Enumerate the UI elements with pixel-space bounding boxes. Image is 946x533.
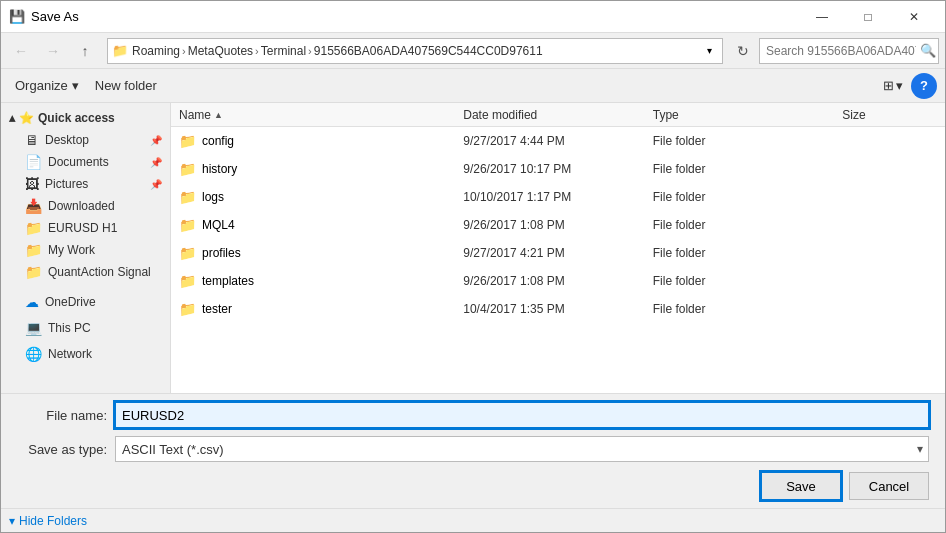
- file-name: MQL4: [202, 218, 235, 232]
- folder-icon: 📁: [179, 217, 196, 233]
- file-date: 9/27/2017 4:21 PM: [463, 246, 653, 260]
- sidebar-item-pictures[interactable]: 🖼 Pictures 📌: [1, 173, 170, 195]
- file-type: File folder: [653, 162, 843, 176]
- up-button[interactable]: ↑: [71, 37, 99, 65]
- table-row[interactable]: 📁 config 9/27/2017 4:44 PM File folder: [171, 127, 945, 155]
- sidebar-onedrive-label: OneDrive: [45, 295, 96, 309]
- filetype-select[interactable]: ASCII Text (*.csv): [115, 436, 929, 462]
- file-list-header: Name ▲ Date modified Type Size: [171, 103, 945, 127]
- view-icon: ⊞: [883, 78, 894, 93]
- breadcrumb-id[interactable]: 915566BA06ADA407569C544CC0D97611: [314, 44, 543, 58]
- table-row[interactable]: 📁 history 9/26/2017 10:17 PM File folder: [171, 155, 945, 183]
- view-chevron-icon: ▾: [896, 78, 903, 93]
- minimize-button[interactable]: —: [799, 1, 845, 33]
- table-row[interactable]: 📁 templates 9/26/2017 1:08 PM File folde…: [171, 267, 945, 295]
- file-name: config: [202, 134, 234, 148]
- documents-icon: 📄: [25, 154, 42, 170]
- file-date: 9/26/2017 1:08 PM: [463, 218, 653, 232]
- table-row[interactable]: 📁 tester 10/4/2017 1:35 PM File folder: [171, 295, 945, 323]
- column-size[interactable]: Size: [842, 108, 937, 122]
- address-dropdown-button[interactable]: ▾: [700, 39, 718, 63]
- breadcrumb: Roaming › MetaQuotes › Terminal › 915566…: [132, 44, 696, 58]
- sidebar-item-label-documents: Documents: [48, 155, 109, 169]
- pin-icon: 📌: [150, 135, 162, 146]
- column-date-modified[interactable]: Date modified: [463, 108, 653, 122]
- network-icon: 🌐: [25, 346, 42, 362]
- breadcrumb-roaming[interactable]: Roaming: [132, 44, 180, 58]
- folder-icon: 📁: [179, 245, 196, 261]
- file-date: 10/10/2017 1:17 PM: [463, 190, 653, 204]
- new-folder-label: New folder: [95, 78, 157, 93]
- table-row[interactable]: 📁 profiles 9/27/2017 4:21 PM File folder: [171, 239, 945, 267]
- quick-access-chevron-icon: ▴: [9, 111, 15, 125]
- pin-icon-pics: 📌: [150, 179, 162, 190]
- sidebar-item-downloaded[interactable]: 📥 Downloaded: [1, 195, 170, 217]
- bottom-bar: File name: Save as type: ASCII Text (*.c…: [1, 393, 945, 508]
- folder-icon: 📁: [179, 301, 196, 317]
- file-date: 9/26/2017 1:08 PM: [463, 274, 653, 288]
- sidebar-quick-access[interactable]: ▴ ⭐ Quick access: [1, 107, 170, 129]
- help-button[interactable]: ?: [911, 73, 937, 99]
- column-name[interactable]: Name ▲: [179, 108, 463, 122]
- address-bar[interactable]: 📁 Roaming › MetaQuotes › Terminal › 9155…: [107, 38, 723, 64]
- organize-button[interactable]: Organize ▾: [9, 73, 85, 99]
- file-date: 10/4/2017 1:35 PM: [463, 302, 653, 316]
- bottom-actions: Save Cancel: [17, 470, 929, 500]
- file-name: templates: [202, 274, 254, 288]
- search-box[interactable]: 🔍: [759, 38, 939, 64]
- sidebar-item-label-mywork: My Work: [48, 243, 95, 257]
- organize-chevron-icon: ▾: [72, 78, 79, 93]
- sidebar: ▴ ⭐ Quick access 🖥 Desktop 📌 📄 Documents…: [1, 103, 171, 393]
- file-date: 9/26/2017 10:17 PM: [463, 162, 653, 176]
- view-button[interactable]: ⊞ ▾: [879, 73, 907, 99]
- close-button[interactable]: ✕: [891, 1, 937, 33]
- sidebar-item-eurusd[interactable]: 📁 EURUSD H1: [1, 217, 170, 239]
- file-name: logs: [202, 190, 224, 204]
- table-row[interactable]: 📁 MQL4 9/26/2017 1:08 PM File folder: [171, 211, 945, 239]
- save-button[interactable]: Save: [761, 472, 841, 500]
- cancel-button[interactable]: Cancel: [849, 472, 929, 500]
- organize-label: Organize: [15, 78, 68, 93]
- forward-button[interactable]: →: [39, 37, 67, 65]
- file-type: File folder: [653, 218, 843, 232]
- sidebar-item-desktop[interactable]: 🖥 Desktop 📌: [1, 129, 170, 151]
- sidebar-item-documents[interactable]: 📄 Documents 📌: [1, 151, 170, 173]
- folder-icon: 📁: [179, 273, 196, 289]
- quick-access-label: Quick access: [38, 111, 115, 125]
- hide-folders-chevron-icon: ▾: [9, 514, 15, 528]
- new-folder-button[interactable]: New folder: [89, 73, 163, 99]
- sidebar-item-onedrive[interactable]: ☁ OneDrive: [1, 291, 170, 313]
- file-name: profiles: [202, 246, 241, 260]
- quantaction-folder-icon: 📁: [25, 264, 42, 280]
- sidebar-item-label-quantaction: QuantAction Signal: [48, 265, 151, 279]
- hide-folders-bar[interactable]: ▾ Hide Folders: [1, 508, 945, 532]
- refresh-button[interactable]: ↻: [731, 39, 755, 63]
- table-row[interactable]: 📁 logs 10/10/2017 1:17 PM File folder: [171, 183, 945, 211]
- search-input[interactable]: [766, 44, 916, 58]
- sidebar-item-thispc[interactable]: 💻 This PC: [1, 317, 170, 339]
- maximize-button[interactable]: □: [845, 1, 891, 33]
- content-area: ▴ ⭐ Quick access 🖥 Desktop 📌 📄 Documents…: [1, 103, 945, 393]
- sidebar-thispc-label: This PC: [48, 321, 91, 335]
- sidebar-item-label-pictures: Pictures: [45, 177, 88, 191]
- breadcrumb-terminal[interactable]: Terminal: [261, 44, 306, 58]
- sidebar-item-network[interactable]: 🌐 Network: [1, 343, 170, 365]
- sidebar-item-mywork[interactable]: 📁 My Work: [1, 239, 170, 261]
- filetype-label: Save as type:: [17, 442, 107, 457]
- sidebar-item-label-eurusd: EURUSD H1: [48, 221, 117, 235]
- filename-label: File name:: [17, 408, 107, 423]
- back-button[interactable]: ←: [7, 37, 35, 65]
- file-type: File folder: [653, 246, 843, 260]
- sidebar-item-quantaction[interactable]: 📁 QuantAction Signal: [1, 261, 170, 283]
- file-list: Name ▲ Date modified Type Size 📁 config: [171, 103, 945, 393]
- folder-icon: 📁: [179, 189, 196, 205]
- filename-input[interactable]: [115, 402, 929, 428]
- desktop-icon: 🖥: [25, 132, 39, 148]
- navigation-bar: ← → ↑ 📁 Roaming › MetaQuotes › Terminal …: [1, 33, 945, 69]
- sort-arrow-icon: ▲: [214, 110, 223, 120]
- file-name: tester: [202, 302, 232, 316]
- breadcrumb-metaquotes[interactable]: MetaQuotes: [188, 44, 253, 58]
- column-type[interactable]: Type: [653, 108, 843, 122]
- mywork-folder-icon: 📁: [25, 242, 42, 258]
- title-bar: 💾 Save As — □ ✕: [1, 1, 945, 33]
